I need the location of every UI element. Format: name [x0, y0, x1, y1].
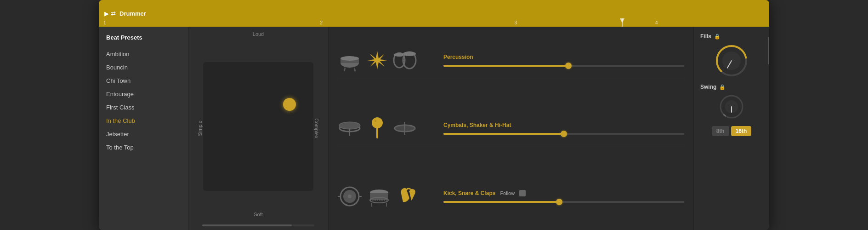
ruler-mark-3: 3 — [515, 20, 517, 25]
cymbal-icon[interactable] — [393, 120, 417, 137]
beat-pad-inner[interactable] — [203, 62, 313, 191]
swing-knob[interactable] — [718, 93, 745, 121]
ruler-mark-1: 1 — [103, 20, 106, 25]
note-8th-button[interactable]: 8th — [712, 126, 729, 136]
percussion-label: Percussion — [443, 54, 684, 60]
beat-pad-area[interactable]: Loud Soft Simple Complex — [188, 27, 329, 230]
follow-checkbox[interactable] — [519, 190, 526, 196]
spark-icon — [367, 50, 387, 70]
percussion-controls: Percussion — [439, 54, 684, 67]
svg-rect-16 — [376, 127, 378, 138]
swing-lock-icon[interactable]: 🔒 — [719, 84, 726, 90]
sidebar-item-chitown[interactable]: Chi Town — [99, 74, 188, 87]
kick-label-row: Kick, Snare & Claps Follow — [443, 190, 684, 196]
maraca-icon[interactable] — [367, 116, 387, 140]
svg-line-3 — [344, 68, 345, 71]
cymbals-label: Cymbals, Shaker & Hi-Hat — [443, 122, 684, 128]
svg-rect-27 — [370, 193, 388, 200]
cymbals-icons — [338, 116, 439, 140]
cymbals-controls: Cymbals, Shaker & Hi-Hat — [439, 122, 684, 135]
sidebar-item-entourage[interactable]: Entourage — [99, 87, 188, 101]
svg-point-13 — [340, 122, 360, 129]
top-bar: ▶ ⇄ Drummer 1 2 3 4 — [99, 0, 769, 27]
ruler-mark-4: 4 — [655, 20, 658, 25]
svg-point-2 — [340, 56, 359, 61]
play-icon[interactable]: ▶ — [104, 10, 109, 17]
bongo-icon[interactable] — [393, 50, 417, 70]
sidebar-item-tothetop[interactable]: To the Top — [99, 141, 188, 154]
sidebar-item-jetsetter[interactable]: Jetsetter — [99, 127, 188, 141]
svg-point-23 — [348, 195, 352, 198]
sidebar-item-bouncin[interactable]: Bouncin — [99, 61, 188, 74]
beat-pad-label-loud: Loud — [253, 31, 264, 37]
follow-text: Follow — [500, 190, 515, 196]
beat-pad-label-complex: Complex — [313, 118, 319, 138]
beat-pad-dot[interactable] — [283, 98, 296, 111]
timpani-icon[interactable] — [338, 48, 362, 72]
svg-line-4 — [354, 68, 355, 71]
instrument-row-cymbals: Cymbals, Shaker & Hi-Hat — [338, 111, 684, 146]
percussion-icons — [338, 48, 439, 72]
sidebar-item-intheclub[interactable]: In the Club — [99, 114, 188, 127]
fills-lock-icon[interactable]: 🔒 — [714, 34, 720, 40]
svg-marker-5 — [367, 51, 387, 69]
right-panel: Fills 🔒 — [693, 27, 769, 230]
instrument-row-percussion: Percussion — [338, 43, 684, 78]
cymbals-slider[interactable] — [443, 133, 684, 135]
ruler-mark-2: 2 — [320, 20, 323, 25]
snare-icon[interactable] — [367, 186, 391, 207]
fills-knob[interactable] — [713, 42, 750, 79]
swing-label: Swing — [700, 84, 716, 90]
kick-controls: Kick, Snare & Claps Follow — [439, 190, 684, 203]
beat-pad-label-soft: Soft — [254, 212, 263, 217]
kick-label: Kick, Snare & Claps — [443, 190, 495, 196]
sidebar-item-firstclass[interactable]: First Class — [99, 101, 188, 114]
svg-point-17 — [374, 120, 376, 122]
clap-icon[interactable] — [397, 184, 417, 208]
beat-pad-label-simple: Simple — [197, 121, 203, 136]
fills-label-row: Fills 🔒 — [700, 33, 720, 40]
loop-icon[interactable]: ⇄ — [111, 10, 116, 17]
swing-label-row: Swing 🔒 — [700, 84, 726, 90]
kick-icons — [338, 184, 439, 208]
bass-drum-icon[interactable] — [338, 184, 362, 208]
instrument-row-kick: Kick, Snare & Claps Follow — [338, 179, 684, 214]
track-title: Drummer — [119, 10, 146, 17]
note-buttons: 8th 16th — [712, 126, 752, 136]
fills-label: Fills — [700, 33, 711, 40]
sidebar: Beat Presets Ambition Bouncin Chi Town E… — [99, 27, 188, 230]
note-16th-button[interactable]: 16th — [731, 126, 752, 136]
hihat-icon[interactable] — [338, 118, 362, 138]
playhead[interactable] — [622, 18, 623, 27]
kick-slider[interactable] — [443, 201, 684, 203]
instruments-area: Percussion — [329, 27, 693, 230]
sidebar-header: Beat Presets — [99, 30, 188, 47]
percussion-slider[interactable] — [443, 65, 684, 67]
sidebar-item-ambition[interactable]: Ambition — [99, 47, 188, 61]
svg-point-15 — [372, 117, 383, 128]
svg-point-9 — [403, 52, 416, 56]
